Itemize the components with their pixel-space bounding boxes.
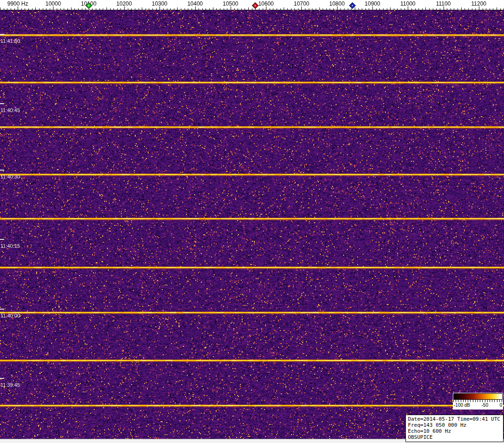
freq-tick-label: 10000 xyxy=(46,0,61,7)
freq-tick-minor xyxy=(135,8,135,10)
freq-tick-minor xyxy=(344,8,345,10)
freq-tick-minor xyxy=(224,8,224,10)
freq-tick-minor xyxy=(390,7,391,10)
freq-tick-minor xyxy=(309,8,309,10)
freq-tick-minor xyxy=(401,8,401,10)
freq-tick-label: 9900 Hz xyxy=(7,0,28,7)
freq-tick-minor xyxy=(57,8,57,10)
freq-tick-minor xyxy=(493,8,493,10)
freq-tick-minor xyxy=(39,8,40,10)
freq-tick-minor xyxy=(294,8,295,10)
freq-tick-label: 10800 xyxy=(329,0,345,7)
freq-tick-minor xyxy=(227,8,227,10)
freq-tick-minor xyxy=(394,8,394,10)
freq-tick-label: 10300 xyxy=(152,0,167,7)
freq-tick-label: 11000 xyxy=(400,0,415,7)
freq-tick-minor xyxy=(461,7,462,10)
freq-tick-minor xyxy=(291,8,292,10)
freq-tick-minor xyxy=(376,8,377,10)
freq-tick-minor xyxy=(146,8,146,10)
freq-tick-minor xyxy=(277,8,277,10)
freq-tick-minor xyxy=(213,7,213,10)
freq-tick-minor xyxy=(447,8,447,10)
freq-tick-major xyxy=(372,7,373,10)
freq-tick-minor xyxy=(117,8,118,10)
spectrogram-canvas[interactable] xyxy=(0,10,504,439)
freq-tick-minor xyxy=(387,8,387,10)
freq-tick-minor xyxy=(170,8,171,10)
freq-tick-minor xyxy=(67,8,68,10)
freq-tick-minor xyxy=(486,8,486,10)
freq-tick-minor xyxy=(163,8,164,10)
freq-tick-minor xyxy=(458,8,458,10)
freq-tick-minor xyxy=(139,8,139,10)
freq-tick-major xyxy=(159,7,160,10)
freq-tick-minor xyxy=(28,8,29,10)
freq-tick-minor xyxy=(362,8,362,10)
freq-tick-minor xyxy=(298,8,298,10)
info-line-station: OBSUPICE xyxy=(408,434,500,440)
freq-tick-minor xyxy=(415,8,416,10)
freq-tick-minor xyxy=(181,8,181,10)
freq-tick-minor xyxy=(358,8,359,10)
freq-tick-minor xyxy=(174,8,174,10)
freq-tick-minor xyxy=(490,8,490,10)
freq-tick-minor xyxy=(287,8,288,10)
freq-tick-minor xyxy=(43,8,43,10)
red-frequency-marker[interactable] xyxy=(252,2,259,9)
info-line-freq: Freq=143 050 000 Hz xyxy=(408,422,500,428)
freq-tick-major xyxy=(18,7,18,10)
freq-tick-minor xyxy=(454,8,454,10)
freq-tick-minor xyxy=(355,7,355,10)
freq-tick-minor xyxy=(468,8,469,10)
freq-tick-minor xyxy=(411,8,412,10)
freq-tick-minor xyxy=(397,8,398,10)
freq-tick-major xyxy=(124,7,125,10)
freq-tick-minor xyxy=(113,8,114,10)
freq-tick-minor xyxy=(248,7,249,10)
freq-tick-minor xyxy=(60,8,61,10)
freq-tick-minor xyxy=(464,8,465,10)
freq-tick-minor xyxy=(220,8,220,10)
freq-tick-label: 10400 xyxy=(187,0,203,7)
freq-tick-minor xyxy=(82,8,82,10)
freq-tick-minor xyxy=(110,8,111,10)
freq-tick-minor xyxy=(333,8,334,10)
freq-tick-minor xyxy=(238,8,238,10)
spectrogram-app: 9900 Hz100001010010200103001040010500106… xyxy=(0,0,504,443)
freq-tick-minor xyxy=(92,8,93,10)
freq-tick-minor xyxy=(284,7,284,10)
freq-tick-minor xyxy=(103,8,103,10)
freq-tick-major xyxy=(301,7,302,10)
frequency-ruler[interactable]: 9900 Hz100001010010200103001040010500106… xyxy=(0,0,504,10)
marker-center-dot xyxy=(88,5,89,7)
freq-tick-minor xyxy=(351,8,351,10)
freq-tick-minor xyxy=(106,7,107,10)
legend-label-max: 0 xyxy=(499,403,502,408)
freq-tick-minor xyxy=(202,8,203,10)
freq-tick-minor xyxy=(85,8,86,10)
freq-tick-minor xyxy=(188,8,188,10)
freq-tick-minor xyxy=(440,8,440,10)
freq-tick-minor xyxy=(241,8,242,10)
freq-tick-minor xyxy=(348,8,348,10)
freq-tick-major xyxy=(266,7,266,10)
freq-tick-minor xyxy=(32,8,33,10)
freq-tick-minor xyxy=(326,8,327,10)
freq-tick-minor xyxy=(263,8,263,10)
freq-tick-minor xyxy=(153,8,153,10)
freq-tick-minor xyxy=(177,7,178,10)
color-scale-labels: -100 dB -50 0 xyxy=(453,402,503,409)
freq-tick-minor xyxy=(50,8,50,10)
freq-tick-minor xyxy=(142,7,142,10)
freq-tick-major xyxy=(195,7,196,10)
freq-tick-minor xyxy=(422,8,423,10)
freq-tick-label: 11200 xyxy=(471,0,486,7)
freq-tick-minor xyxy=(25,8,25,10)
freq-tick-minor xyxy=(425,7,426,10)
info-line-date: Date=2014-05-17 Time=09:41 UTC xyxy=(408,416,500,422)
freq-tick-major xyxy=(337,7,338,10)
freq-tick-minor xyxy=(369,8,369,10)
freq-tick-minor xyxy=(319,7,320,10)
freq-tick-minor xyxy=(209,8,210,10)
